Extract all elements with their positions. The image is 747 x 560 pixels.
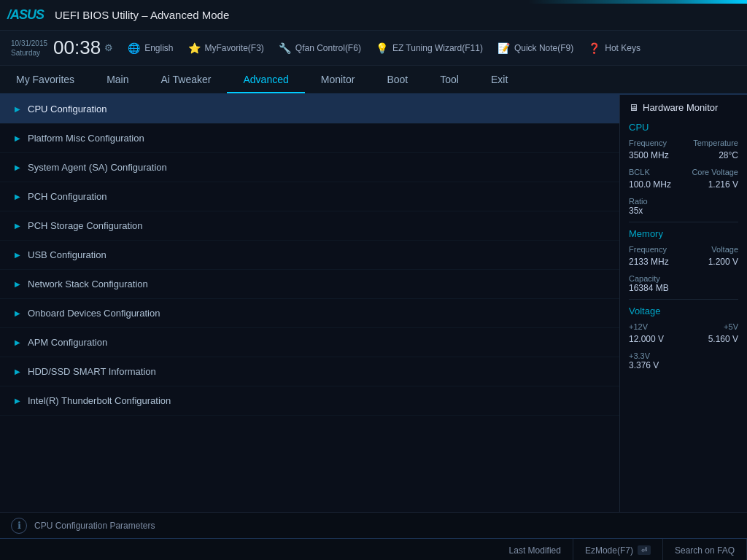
nav-ai-tweaker-label: Ai Tweaker: [160, 74, 211, 85]
nav-monitor[interactable]: Monitor: [305, 66, 371, 93]
nav-my-favorites[interactable]: My Favorites: [0, 66, 90, 93]
nav-monitor-label: Monitor: [321, 74, 355, 85]
hw-divider-2: [629, 299, 738, 300]
toolbar-myfavorite[interactable]: ⭐ MyFavorite(F3): [188, 42, 264, 54]
nav-ai-tweaker[interactable]: Ai Tweaker: [144, 66, 227, 93]
hw-v12-row: +12V +5V: [629, 322, 738, 331]
menu-item-network-stack-label: Network Stack Configuration: [28, 279, 148, 289]
time: 00:38: [53, 36, 101, 59]
footer-ez-mode[interactable]: EzMode(F7) ⏎: [573, 539, 663, 560]
menu-item-network-stack[interactable]: ▶ Network Stack Configuration: [0, 270, 619, 299]
toolbar-qfan-label: Qfan Control(F6): [295, 43, 361, 53]
hw-cpu-freq-value: 3500 MHz: [629, 150, 669, 160]
toolbar-hotkeys[interactable]: ❓ Hot Keys: [588, 42, 640, 54]
menu-item-cpu-config[interactable]: ▶ CPU Configuration: [0, 95, 619, 124]
footer-last-modified[interactable]: Last Modified: [498, 539, 573, 560]
hw-v33-value: 3.376 V: [629, 360, 738, 370]
toolbar-ez-label: EZ Tuning Wizard(F11): [392, 43, 483, 53]
nav-main[interactable]: Main: [90, 66, 144, 93]
hw-cpu-freq-row: Frequency Temperature: [629, 139, 738, 147]
hw-memory-title: Memory: [629, 228, 738, 239]
nav-advanced[interactable]: Advanced: [227, 66, 304, 93]
menu-item-hdd-smart[interactable]: ▶ HDD/SSD SMART Information: [0, 357, 619, 386]
hw-mem-voltage-label: Voltage: [711, 245, 738, 254]
toolbar-hotkeys-label: Hot Keys: [605, 43, 640, 53]
hw-v12-val-row: 12.000 V 5.160 V: [629, 334, 738, 349]
main-content: ▶ CPU Configuration ▶ Platform Misc Conf…: [0, 95, 747, 512]
toolbar-language-label: English: [144, 43, 173, 53]
note-icon: 📝: [498, 42, 510, 54]
status-bar: ℹ CPU Configuration Parameters: [0, 512, 747, 538]
toolbar: 10/31/2015 Saturday 00:38 ⚙ 🌐 English ⭐ …: [0, 31, 747, 66]
hw-cpu-title: CPU: [629, 122, 738, 133]
toolbar-myfavorite-label: MyFavorite(F3): [205, 43, 264, 53]
hw-monitor-title: 🖥 Hardware Monitor: [629, 102, 738, 113]
menu-item-platform-misc[interactable]: ▶ Platform Misc Configuration: [0, 124, 619, 153]
hw-bclk-value: 100.0 MHz: [629, 179, 671, 190]
menu-item-intel-thunderbolt[interactable]: ▶ Intel(R) Thunderbolt Configuration: [0, 386, 619, 416]
footer-search-faq-label: Search on FAQ: [675, 545, 735, 556]
hw-cpu-temp-value: 28°C: [719, 150, 738, 160]
hw-capacity-label: Capacity: [629, 274, 738, 283]
nav-tool[interactable]: Tool: [424, 66, 475, 93]
footer-ez-mode-label: EzMode(F7): [585, 545, 633, 556]
toolbar-ez-tuning[interactable]: 💡 EZ Tuning Wizard(F11): [376, 42, 483, 54]
status-text: CPU Configuration Parameters: [34, 521, 155, 531]
menu-item-usb-config-label: USB Configuration: [28, 249, 107, 260]
hw-cpu-freq-label: Frequency: [629, 139, 667, 147]
hw-mem-freq-label: Frequency: [629, 245, 667, 254]
footer-spacer: [0, 539, 498, 560]
arrow-icon: ▶: [15, 368, 20, 376]
menu-item-pch-config[interactable]: ▶ PCH Configuration: [0, 182, 619, 211]
nav-boot[interactable]: Boot: [371, 66, 424, 93]
nav-exit-label: Exit: [491, 74, 508, 85]
gear-icon[interactable]: ⚙: [104, 42, 113, 53]
nav-exit[interactable]: Exit: [475, 66, 524, 93]
hw-voltage-title: Voltage: [629, 306, 738, 316]
hw-cpu-temp-label: Temperature: [693, 139, 738, 147]
menu-item-pch-config-label: PCH Configuration: [28, 191, 107, 202]
hw-bclk-label: BCLK: [629, 168, 650, 176]
hw-ratio-label: Ratio: [629, 197, 738, 206]
hw-core-voltage-label: Core Voltage: [692, 168, 738, 176]
monitor-icon: 🖥: [629, 102, 638, 113]
asus-logo: /ASUS: [7, 7, 44, 23]
toolbar-language[interactable]: 🌐 English: [128, 42, 173, 54]
globe-icon: 🌐: [128, 42, 140, 54]
toolbar-qfan[interactable]: 🔧 Qfan Control(F6): [279, 42, 361, 54]
hw-monitor-panel: 🖥 Hardware Monitor CPU Frequency Tempera…: [619, 95, 747, 512]
arrow-icon: ▶: [15, 192, 20, 201]
header-bar: /ASUS UEFI BIOS Utility – Advanced Mode: [0, 0, 747, 31]
date-display: 10/31/2015 Saturday: [11, 39, 47, 58]
header-title: UEFI BIOS Utility – Advanced Mode: [55, 9, 229, 21]
menu-panel: ▶ CPU Configuration ▶ Platform Misc Conf…: [0, 95, 619, 512]
arrow-icon: ▶: [15, 280, 20, 288]
hw-v12-label: +12V: [629, 322, 648, 331]
menu-item-system-agent-label: System Agent (SA) Configuration: [28, 162, 167, 173]
clock-display: 00:38 ⚙: [53, 36, 113, 59]
menu-item-usb-config[interactable]: ▶ USB Configuration: [0, 241, 619, 270]
menu-item-cpu-config-label: CPU Configuration: [28, 104, 107, 114]
hotkeys-icon: ❓: [588, 42, 600, 54]
toolbar-note-label: Quick Note(F9): [514, 43, 573, 53]
toolbar-quick-note[interactable]: 📝 Quick Note(F9): [498, 42, 573, 54]
nav-boot-label: Boot: [387, 74, 408, 85]
nav-main-label: Main: [107, 74, 128, 85]
footer-last-modified-label: Last Modified: [509, 545, 561, 556]
hw-mem-voltage-value: 1.200 V: [708, 257, 738, 267]
hw-monitor-title-label: Hardware Monitor: [643, 102, 718, 113]
menu-item-pch-storage[interactable]: ▶ PCH Storage Configuration: [0, 211, 619, 241]
hw-v5-value: 5.160 V: [708, 334, 738, 344]
header-circuit-decoration: [528, 0, 747, 4]
menu-item-system-agent[interactable]: ▶ System Agent (SA) Configuration: [0, 153, 619, 182]
menu-item-onboard-devices[interactable]: ▶ Onboard Devices Configuration: [0, 299, 619, 328]
nav-advanced-label: Advanced: [243, 74, 288, 85]
hw-core-voltage-value: 1.216 V: [708, 179, 738, 190]
arrow-icon: ▶: [15, 163, 20, 171]
hw-capacity-value: 16384 MB: [629, 283, 738, 293]
menu-item-pch-storage-label: PCH Storage Configuration: [28, 220, 143, 231]
menu-item-apm-config[interactable]: ▶ APM Configuration: [0, 328, 619, 357]
menu-item-hdd-smart-label: HDD/SSD SMART Information: [28, 366, 156, 377]
footer-search-faq[interactable]: Search on FAQ: [663, 539, 747, 560]
hw-mem-freq-row: Frequency Voltage: [629, 245, 738, 254]
